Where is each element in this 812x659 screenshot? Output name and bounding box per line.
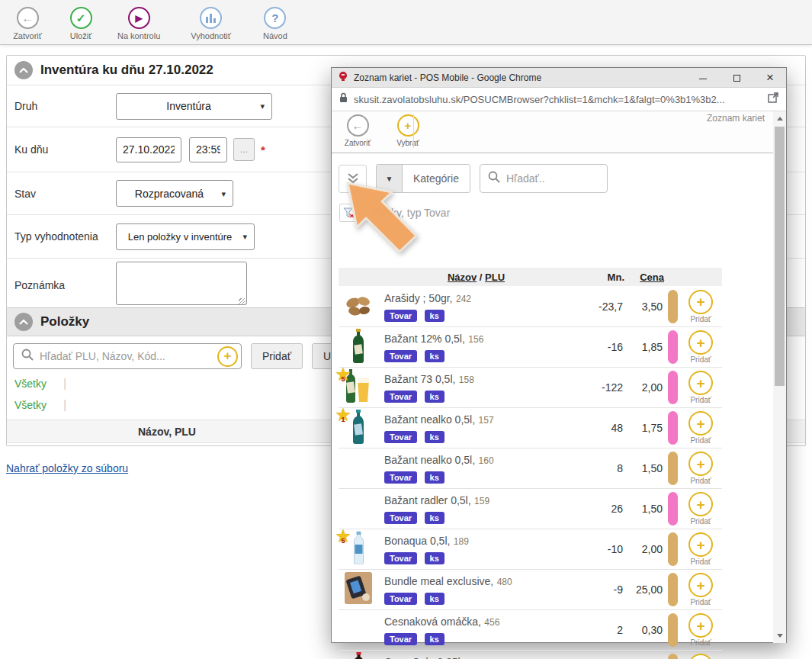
filter-summary-text: Všetky, typ Tovar (370, 207, 450, 219)
price-value: 3,50 (623, 301, 663, 313)
add-product-button[interactable]: + Pridať (679, 371, 722, 404)
scrollbar-thumb[interactable] (775, 127, 785, 386)
date-picker-button[interactable]: ... (233, 138, 255, 161)
close-button[interactable]: ← Zatvoriť (11, 7, 44, 40)
plus-icon: + (688, 452, 713, 476)
collapse-chevron-icon[interactable] (14, 313, 33, 331)
product-name: Bažant radler 0,5l, (384, 494, 471, 506)
product-row[interactable]: ★ Bažant 12% 0,5l, 156 Tovar ks -16 1,85… (339, 326, 722, 367)
popup-toolbar: ← Zatvoriť + Vybrať Zoznam kariet (332, 111, 786, 153)
back-arrow-icon: ← (17, 7, 39, 29)
product-image: ★5 (339, 368, 378, 407)
stock-level-bar (668, 492, 678, 526)
poznamka-label: Poznámka (14, 279, 116, 291)
add-item-icon[interactable]: + (217, 346, 238, 367)
add-product-button[interactable]: + Pridať (679, 330, 722, 364)
stav-select[interactable]: Rozpracovaná ▾ (116, 180, 233, 207)
poznamka-textarea[interactable] (116, 262, 247, 305)
product-row[interactable]: ★1 Bažant nealko 0,5l, 157 Tovar ks 48 1… (339, 407, 722, 448)
product-row[interactable]: ★ Bažant nealko 0,5l, 160 Tovar ks 8 1,5… (339, 448, 722, 488)
date-field[interactable] (116, 137, 181, 162)
scroll-down-icon[interactable] (773, 630, 786, 641)
all-filter-link[interactable]: Všetky (14, 378, 47, 390)
product-row[interactable]: ★5 Bažant 73 0,5l, 158 Tovar ks -122 2,0… (339, 367, 722, 407)
product-row[interactable]: ★5 Bonaqua 0,5l, 189 Tovar ks -10 2,00 +… (339, 529, 722, 569)
add-product-button[interactable]: + Pridať (679, 573, 722, 606)
help-button[interactable]: ? Návod (258, 7, 292, 40)
unit-badge: ks (425, 552, 445, 564)
add-product-button[interactable]: + Pridať (679, 492, 722, 526)
type-badge: Tovar (384, 552, 417, 564)
resize-handle[interactable] (239, 298, 246, 305)
sort-by-name-link[interactable]: Názov (448, 272, 477, 283)
minimize-icon[interactable] (698, 72, 708, 83)
url-text[interactable]: skusit.zavolatobsluhu.sk/POSUCMBrowser?c… (354, 94, 762, 105)
categories-dropdown[interactable]: ▼ Kategórie (376, 164, 470, 193)
product-row[interactable]: ★ Coca Cola 2,25l, 445 Tovar ks 40 3,50 … (339, 650, 722, 659)
product-row[interactable]: ★ Cesnaková omáčka, 456 Tovar ks 2 0,30 … (339, 609, 722, 650)
open-in-new-icon[interactable] (768, 92, 778, 106)
product-plu: 157 (479, 415, 494, 426)
price-value: 1,50 (623, 462, 663, 474)
upload-items-link[interactable]: Nahrať položky zo súboru (6, 462, 128, 474)
popup-select-button[interactable]: + Vybrať (391, 114, 425, 147)
expand-double-chevron-icon[interactable] (339, 165, 367, 193)
popup-close-label: Zatvoriť (345, 139, 371, 147)
close-window-icon[interactable]: × (765, 71, 775, 84)
price-value: 1,50 (623, 503, 663, 515)
product-row[interactable]: ★ Arašidy ; 50gr, 242 Tovar ks -23,7 3,5… (339, 286, 722, 326)
search-icon (21, 349, 34, 364)
sort-by-price-link[interactable]: Cena (624, 272, 664, 283)
clear-filter-icon[interactable] (339, 204, 359, 222)
quantity-value: -16 (582, 341, 623, 353)
unit-badge: ks (425, 471, 445, 484)
qty-column-header: Mn. (583, 272, 624, 283)
evaluate-button[interactable]: Vyhodnotiť (191, 7, 231, 40)
typ-select[interactable]: Len položky v inventúre ▾ (116, 223, 255, 250)
plus-icon: + (688, 613, 713, 638)
plus-icon: + (688, 330, 713, 355)
time-field[interactable] (189, 137, 227, 162)
popup-close-button[interactable]: ← Zatvoriť (341, 114, 374, 147)
add-product-button[interactable]: + Pridať (679, 411, 722, 445)
typ-select-value: Len položky v inventúre (128, 231, 233, 243)
save-button[interactable]: ✓ Uložiť (64, 7, 98, 40)
collapse-chevron-icon[interactable] (14, 61, 33, 79)
stock-level-bar (668, 290, 678, 323)
popup-urlbar: skusit.zavolatobsluhu.sk/POSUCMBrowser?c… (332, 88, 786, 111)
maximize-icon[interactable] (731, 72, 742, 83)
sort-by-plu-link[interactable]: PLU (485, 272, 505, 283)
add-product-button[interactable]: + Pridať (679, 290, 722, 323)
popup-filter-bar: ▼ Kategórie (332, 153, 786, 193)
type-badge: Tovar (384, 593, 417, 605)
add-product-label: Pridať (690, 598, 711, 606)
product-list: ★ Arašidy ; 50gr, 242 Tovar ks -23,7 3,5… (339, 286, 722, 659)
add-product-button[interactable]: + Pridať (679, 532, 722, 566)
product-info: Bažant radler 0,5l, 159 Tovar ks (378, 489, 582, 529)
add-product-label: Pridať (690, 517, 711, 526)
product-row[interactable]: ★ Bundle meal exclusive, 480 Tovar ks -9… (339, 569, 722, 609)
scroll-up-icon[interactable] (773, 113, 786, 124)
unit-badge: ks (425, 431, 445, 443)
to-control-button[interactable]: ▶ Na kontrolu (117, 7, 160, 40)
popup-scrollbar[interactable] (773, 111, 786, 643)
quantity-value: 26 (582, 503, 623, 515)
name-column-header: Názov / PLU (339, 272, 583, 283)
popup-titlebar[interactable]: Zoznam kariet - POS Mobile - Google Chro… (332, 68, 786, 88)
quantity-value: 2 (582, 624, 623, 636)
product-photo (352, 409, 364, 447)
add-product-button[interactable]: + Pridať (679, 452, 722, 485)
plus-icon: + (688, 532, 713, 557)
all-filter-link[interactable]: Všetky (14, 399, 47, 411)
product-name: Arašidy ; 50gr, (384, 292, 453, 304)
add-product-label: Pridať (690, 315, 711, 323)
items-search-input[interactable] (40, 350, 217, 362)
popup-search-input[interactable] (506, 172, 583, 185)
separator: | (63, 398, 66, 411)
product-row[interactable]: ★ Bažant radler 0,5l, 159 Tovar ks 26 1,… (339, 488, 722, 529)
druh-select[interactable]: Inventúra ▾ (116, 93, 272, 120)
add-item-button[interactable]: Pridať (251, 343, 303, 369)
add-product-button[interactable]: + Pridať (679, 613, 722, 647)
add-product-button[interactable]: + Pridať (679, 654, 722, 659)
product-table-header: Názov / PLU Mn. Cena (339, 268, 722, 286)
